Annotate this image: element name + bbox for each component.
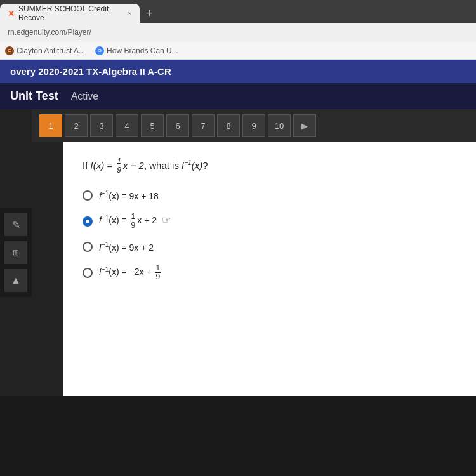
question-nav-container: ✎ ⊞ ▲ 1 2 3 4 5 6 7 8 9 10 ▶ If f(x) = 1…: [0, 109, 476, 396]
next-question-button[interactable]: ▶: [293, 114, 316, 137]
bookmark-label-clayton: Clayton Antitrust A...: [17, 46, 85, 55]
answer-options: f−1(x) = 9x + 18 f−1(x) = 19x + 2 ☞ f−1(…: [83, 190, 457, 281]
question-button-3[interactable]: 3: [90, 114, 113, 137]
side-tools: ✎ ⊞ ▲: [0, 208, 32, 297]
answer-d-text: f−1(x) = −2x + 19: [99, 264, 162, 281]
answer-a-text: f−1(x) = 9x + 18: [99, 190, 159, 201]
bookmark-label-google: How Brands Can U...: [107, 46, 178, 55]
question-content: If f(x) = 19x − 2, what is f−1(x)? f−1(x…: [63, 142, 476, 396]
radio-d[interactable]: [83, 268, 93, 278]
bookmarks-bar: C Clayton Antitrust A... G How Brands Ca…: [0, 42, 476, 60]
question-button-8[interactable]: 8: [217, 114, 240, 137]
app-header-text: overy 2020-2021 TX-Algebra II A-CR: [10, 66, 171, 77]
radio-b[interactable]: [83, 216, 93, 227]
main-area: 1 2 3 4 5 6 7 8 9 10 ▶ If f(x) = 19x − 2…: [32, 109, 476, 396]
active-badge: Active: [71, 91, 99, 102]
active-tab[interactable]: ✕ SUMMER SCHOOL Credit Recove ×: [0, 4, 140, 23]
bookmark-icon-google: G: [95, 46, 104, 55]
background-fill: [0, 396, 476, 476]
new-tab-button[interactable]: +: [140, 7, 159, 20]
tab-bar: ✕ SUMMER SCHOOL Credit Recove × +: [0, 0, 476, 23]
question-button-4[interactable]: 4: [116, 114, 138, 137]
question-button-6[interactable]: 6: [166, 114, 189, 137]
question-button-5[interactable]: 5: [141, 114, 164, 137]
app-header: overy 2020-2021 TX-Algebra II A-CR: [0, 60, 476, 83]
cursor-hand-icon: ☞: [162, 214, 171, 226]
bookmark-icon-clayton: C: [5, 46, 14, 55]
question-button-2[interactable]: 2: [65, 114, 88, 137]
answer-option-d[interactable]: f−1(x) = −2x + 19: [83, 264, 457, 281]
radio-a[interactable]: [83, 190, 93, 201]
question-text: If f(x) = 19x − 2, what is f−1(x)?: [83, 157, 457, 175]
bookmark-google[interactable]: G How Brands Can U...: [95, 46, 178, 55]
tab-favicon-icon: ✕: [8, 9, 15, 18]
answer-c-text: f−1(x) = 9x + 2: [99, 241, 154, 253]
question-inverse: f−1(x): [182, 160, 202, 171]
url-text: rn.edgenuity.com/Player/: [8, 28, 91, 37]
question-button-9[interactable]: 9: [242, 114, 265, 137]
answer-option-a[interactable]: f−1(x) = 9x + 18: [83, 190, 457, 201]
question-button-7[interactable]: 7: [192, 114, 215, 137]
address-bar[interactable]: rn.edgenuity.com/Player/: [0, 23, 476, 42]
question-function: f(x) = 19x − 2: [91, 160, 144, 171]
tab-close-icon[interactable]: ×: [128, 10, 132, 17]
question-button-10[interactable]: 10: [268, 114, 291, 137]
radio-c[interactable]: [83, 242, 93, 252]
answer-b-text: f−1(x) = 19x + 2 ☞: [99, 213, 171, 230]
browser-chrome: ✕ SUMMER SCHOOL Credit Recove × + rn.edg…: [0, 0, 476, 60]
scroll-up-button[interactable]: ▲: [4, 269, 27, 292]
bookmark-clayton[interactable]: C Clayton Antitrust A...: [5, 46, 85, 55]
unit-test-label: Unit Test: [10, 89, 58, 103]
answer-option-c[interactable]: f−1(x) = 9x + 2: [83, 241, 457, 253]
eraser-tool-button[interactable]: ✎: [4, 213, 27, 236]
unit-test-bar: Unit Test Active: [0, 83, 476, 109]
calculator-tool-button[interactable]: ⊞: [4, 241, 27, 264]
answer-option-b[interactable]: f−1(x) = 19x + 2 ☞: [83, 213, 457, 230]
question-button-1[interactable]: 1: [39, 114, 62, 137]
question-nav: 1 2 3 4 5 6 7 8 9 10 ▶: [32, 109, 476, 142]
tab-label: SUMMER SCHOOL Credit Recove: [18, 4, 124, 22]
